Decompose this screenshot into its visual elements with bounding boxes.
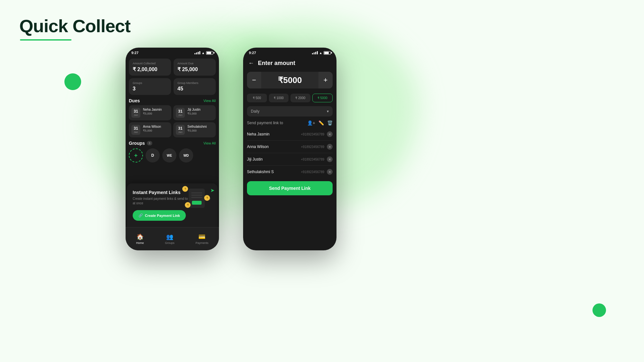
phone-left: 9:27 ▲ Amount Collected ₹ 2,00,000 Amoun…: [126, 48, 219, 250]
contact-name-1: Anna Wilson: [247, 144, 269, 149]
nav-payments-label: Payments: [195, 241, 208, 245]
contact-info-3: Sethulakshmi S: [247, 170, 274, 174]
contact-list: Neha Jasmin +918923456789 ✕ Anna Wilson …: [243, 128, 336, 178]
status-icons-right: ▲: [312, 51, 331, 55]
stat-collected: Amount Collected ₹ 2,00,000: [129, 59, 171, 76]
enter-amount-title: Enter amount: [258, 60, 295, 67]
due-name-1: Jiji Justin: [187, 108, 213, 111]
decorative-dot-1: [64, 73, 81, 90]
frequency-selector[interactable]: Daily ▾: [247, 106, 333, 116]
delete-icon[interactable]: 🗑️: [327, 120, 333, 125]
quick-amount-500[interactable]: ₹ 500: [247, 94, 267, 102]
stat-due: Amount Due ₹ 25,000: [174, 59, 216, 76]
frequency-label: Daily: [251, 109, 260, 114]
nav-groups-label: Groups: [165, 241, 175, 245]
remove-contact-1[interactable]: ✕: [327, 144, 333, 150]
status-bar-left: 9:27 ▲: [126, 48, 219, 56]
due-info-1: Jiji Justin ₹5,000: [187, 108, 213, 115]
contact-info-1: Anna Wilson: [247, 144, 269, 149]
battery-fill-right: [324, 52, 329, 54]
illus-coin-2: ₹: [204, 195, 210, 201]
contact-right-0: +918923456789 ✕: [301, 131, 333, 137]
battery-fill: [207, 52, 211, 54]
due-date-2: 31 Jan: [131, 125, 140, 135]
due-name-3: Sethulakshmi: [187, 125, 213, 128]
battery-icon-right: [324, 51, 331, 55]
create-payment-link-label: Create Payment Link: [145, 214, 180, 218]
contact-right-3: +918923456789 ✕: [301, 169, 333, 175]
due-day-2: 31: [133, 126, 139, 131]
due-day-3: 31: [177, 126, 183, 131]
send-to-label: Send payment link to: [247, 121, 283, 125]
contact-name-0: Neha Jasmin: [247, 132, 270, 136]
remove-contact-0[interactable]: ✕: [327, 131, 333, 137]
payments-icon: 💳: [198, 233, 205, 240]
bar4r: [317, 51, 318, 54]
due-info-0: Neha Jasmin ₹5,000: [143, 108, 169, 115]
due-name-2: Anna Wilson: [143, 125, 169, 128]
signal-bars: [194, 51, 200, 54]
status-icons-left: ▲: [194, 51, 213, 55]
due-amount-0: ₹5,000: [143, 112, 169, 115]
due-card-2: 31 Jan Anna Wilson ₹5,000: [129, 122, 171, 137]
due-card-1: 31 Jan Jiji Justin ₹5,000: [173, 105, 216, 120]
contact-phone-1: +918923456789: [301, 145, 324, 149]
create-payment-link-button[interactable]: 🔗 Create Payment Link: [133, 210, 186, 221]
stats-row-2: Groups 3 Group Members 45: [129, 78, 216, 95]
contact-name-3: Sethulakshmi S: [247, 170, 274, 174]
group-avatar-wd[interactable]: WD: [179, 148, 193, 162]
status-time-right: 9:27: [249, 51, 256, 55]
decrease-amount-button[interactable]: −: [247, 72, 261, 88]
groups-title-row: Groups 3: [129, 141, 152, 146]
nav-groups[interactable]: 👥 Groups: [165, 233, 175, 245]
dues-header: Dues View All: [129, 98, 216, 103]
due-day-0: 31: [133, 109, 139, 114]
group-avatar-d[interactable]: D: [146, 148, 160, 162]
increase-amount-button[interactable]: +: [318, 72, 333, 88]
nav-home[interactable]: 🏠 Home: [136, 233, 144, 245]
contact-right-2: +918923456789 ✕: [301, 156, 333, 162]
quick-amount-1000[interactable]: ₹ 1000: [269, 94, 289, 102]
signal-bars-right: [312, 51, 318, 54]
due-month-3: Jan: [177, 131, 183, 134]
contact-info-2: Jiji Justin: [247, 157, 263, 162]
dues-grid: 31 Jan Neha Jasmin ₹5,000 31 Jan Jiji Ju…: [129, 105, 216, 137]
group-avatar-we[interactable]: WE: [162, 148, 176, 162]
illus-coin-1: ₹: [182, 186, 188, 192]
quick-amount-5000[interactable]: ₹ 5000: [312, 94, 333, 102]
groups-title: Groups: [129, 141, 145, 146]
groups-view-all[interactable]: View All: [204, 141, 216, 145]
edit-icon[interactable]: ✏️: [318, 120, 324, 125]
groups-header: Groups 3 View All: [129, 141, 216, 146]
groups-icon: 👥: [166, 233, 173, 240]
group-add-button[interactable]: +: [129, 148, 143, 162]
remove-contact-3[interactable]: ✕: [327, 169, 333, 175]
send-to-actions: 👤+ ✏️ 🗑️: [307, 120, 333, 125]
quick-amount-2000[interactable]: ₹ 2000: [290, 94, 310, 102]
illus-arrow: ➤: [210, 187, 214, 193]
illus-line-3: [191, 197, 202, 198]
send-payment-link-button[interactable]: Send Payment Link: [247, 181, 333, 195]
add-contact-icon[interactable]: 👤+: [307, 120, 315, 125]
decorative-dot-2: [592, 303, 606, 317]
payment-card: ₹ ₹ ₹ ➤ Instant Payment Links Create ins…: [127, 183, 218, 227]
card-illustration: ₹ ₹ ₹ ➤: [182, 186, 214, 210]
page-title: Quick Collect: [19, 15, 130, 36]
remove-contact-2[interactable]: ✕: [327, 156, 333, 162]
due-date-0: 31 Jan: [131, 108, 140, 118]
stat-members-label: Group Members: [177, 81, 212, 85]
back-button[interactable]: ←: [248, 60, 254, 67]
phone-left-content: Amount Collected ₹ 2,00,000 Amount Due ₹…: [126, 56, 219, 165]
dues-view-all[interactable]: View All: [204, 99, 216, 103]
nav-payments[interactable]: 💳 Payments: [195, 233, 208, 245]
stat-members: Group Members 45: [174, 78, 216, 95]
due-info-2: Anna Wilson ₹5,000: [143, 125, 169, 132]
home-icon: 🏠: [137, 233, 144, 240]
contact-row-1: Anna Wilson +918923456789 ✕: [247, 141, 333, 153]
contact-phone-2: +918923456789: [301, 158, 324, 161]
bar1r: [312, 53, 313, 54]
stat-collected-label: Amount Collected: [133, 62, 167, 65]
link-icon: 🔗: [138, 213, 143, 218]
contact-phone-3: +918923456789: [301, 170, 324, 174]
stat-groups: Groups 3: [129, 78, 171, 95]
